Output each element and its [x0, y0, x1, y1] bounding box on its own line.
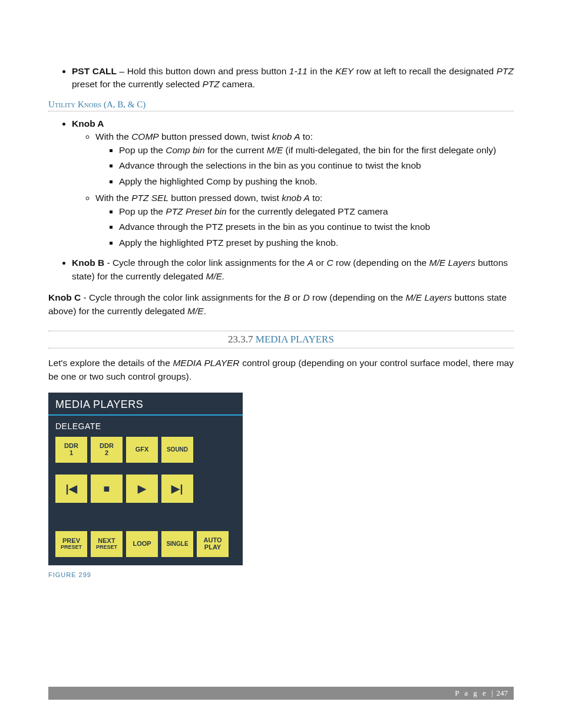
next-preset-button[interactable]: NEXTPRESET	[91, 531, 123, 557]
knob-b-item: Knob B - Cycle through the color link as…	[72, 256, 514, 283]
media-players-heading: 23.3.7 MEDIA PLAYERS	[48, 331, 514, 348]
section-number: 23.3.7	[228, 334, 253, 345]
skip-back-icon: |◀	[65, 483, 77, 495]
skip-forward-icon: ▶|	[171, 483, 183, 495]
play-button[interactable]: ▶	[126, 475, 158, 503]
skip-forward-button[interactable]: ▶|	[161, 475, 193, 503]
knob-a-comp-sub: Pop up the Comp bin for the current M/E …	[95, 144, 514, 188]
footer-page-number: 247	[497, 689, 508, 698]
knob-a-ptz-sub: Pop up the PTZ Preset bin for the curren…	[95, 205, 514, 249]
panel-gap	[48, 511, 243, 528]
intro-para: Let's explore the details of the MEDIA P…	[48, 357, 514, 383]
delegate-row: DDR1 DDR2 GFX SOUND	[48, 433, 243, 466]
footer-divider: |	[491, 689, 493, 698]
ptz-sub-2: Advance through the PTZ presets in the b…	[119, 220, 514, 233]
stop-button[interactable]: ■	[91, 475, 123, 503]
knob-list: Knob A With the COMP button pressed down…	[48, 117, 514, 283]
knob-a-sublist: With the COMP button pressed down, twist…	[72, 130, 514, 249]
section-title: MEDIA PLAYERS	[253, 334, 334, 345]
delegate-label: DELEGATE	[48, 416, 243, 433]
comp-sub-1: Pop up the Comp bin for the current M/E …	[119, 144, 514, 157]
sound-button[interactable]: SOUND	[161, 437, 193, 463]
media-players-panel: MEDIA PLAYERS DELEGATE DDR1 DDR2 GFX SOU…	[48, 393, 243, 565]
knob-a-ptz: With the PTZ SEL button pressed down, tw…	[95, 192, 514, 249]
pst-text: PST CALL – Hold this button down and pre…	[72, 65, 514, 91]
transport-row: |◀ ■ ▶ ▶|	[48, 466, 243, 511]
utility-knobs-heading: Utility Knobs (A, B, & C)	[48, 100, 514, 111]
pst-list: PST CALL – Hold this button down and pre…	[48, 65, 514, 91]
knob-a-label: Knob A	[72, 118, 104, 129]
play-icon: ▶	[138, 483, 146, 495]
single-button[interactable]: SINGLE	[161, 531, 193, 557]
document-page: PST CALL – Hold this button down and pre…	[0, 0, 562, 728]
knob-b-label: Knob B	[72, 258, 104, 268]
pst-item: PST CALL – Hold this button down and pre…	[72, 65, 514, 91]
knob-a-comp: With the COMP button pressed down, twist…	[95, 130, 514, 188]
auto-play-button[interactable]: AUTOPLAY	[197, 531, 229, 557]
ddr1-button[interactable]: DDR1	[55, 437, 87, 463]
knob-a-item: Knob A With the COMP button pressed down…	[72, 117, 514, 249]
preset-row: PREVPRESET NEXTPRESET LOOP SINGLE AUTOPL…	[48, 528, 243, 565]
footer-page-label: P a g e	[455, 689, 488, 698]
pst-label: PST CALL	[72, 66, 117, 76]
comp-sub-2: Advance through the selections in the bi…	[119, 159, 514, 172]
ptz-sub-1: Pop up the PTZ Preset bin for the curren…	[119, 205, 514, 218]
comp-sub-3: Apply the highlighted Comp by pushing th…	[119, 175, 514, 188]
ptz-sub-3: Apply the highlighted PTZ preset by push…	[119, 236, 514, 249]
loop-button[interactable]: LOOP	[126, 531, 158, 557]
prev-preset-button[interactable]: PREVPRESET	[55, 531, 87, 557]
ddr2-button[interactable]: DDR2	[91, 437, 123, 463]
knob-c-label: Knob C	[48, 292, 81, 302]
skip-back-button[interactable]: |◀	[55, 475, 87, 503]
panel-title: MEDIA PLAYERS	[48, 393, 243, 414]
stop-icon: ■	[104, 483, 110, 495]
gfx-button[interactable]: GFX	[126, 437, 158, 463]
figure-caption: FIGURE 299	[48, 571, 514, 578]
knob-c-para: Knob C - Cycle through the color link as…	[48, 291, 514, 318]
page-footer: P a g e | 247	[48, 687, 514, 700]
